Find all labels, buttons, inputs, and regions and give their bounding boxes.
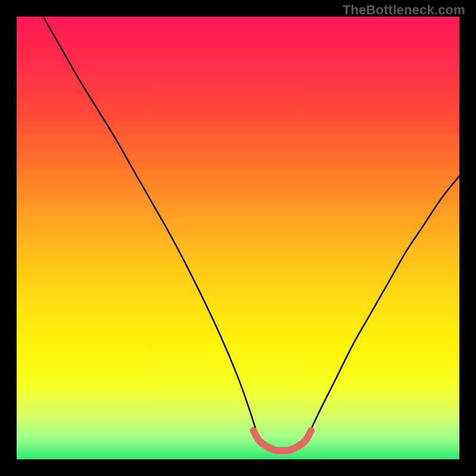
heat-gradient-rect [17,17,459,459]
attribution-text: TheBottleneck.com [343,4,465,17]
chart-frame: TheBottleneck.com [0,0,476,476]
plot-area [17,17,459,459]
chart-svg [17,17,459,459]
